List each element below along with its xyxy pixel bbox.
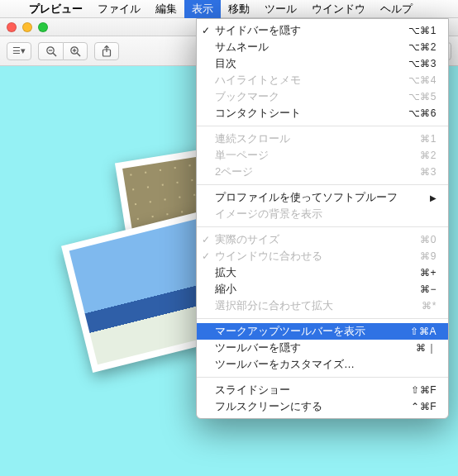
menu-item-shortcut: ⌥⌘3 (408, 58, 437, 69)
app-menu[interactable]: プレビュー (21, 0, 90, 18)
menu-item-label: 連続スクロール (215, 131, 290, 146)
zoom-in-button[interactable] (63, 42, 88, 60)
menu-item-label: ブックマーク (215, 89, 279, 104)
menu-item-shortcut: ⌘− (420, 283, 437, 295)
menu-separator (197, 184, 448, 185)
menu-item: イメージの背景を表示 (197, 206, 448, 222)
menu-item-label: 実際のサイズ (215, 232, 279, 247)
checkmark-icon: ✓ (202, 25, 210, 36)
share-button[interactable] (94, 42, 119, 60)
magnifier-plus-icon (69, 45, 81, 57)
menu-item[interactable]: コンタクトシート⌥⌘6 (197, 105, 448, 121)
menu-item-label: プロファイルを使ってソフトプルーフ (215, 190, 398, 205)
menu-item-shortcut: ⌘1 (420, 133, 437, 145)
menu-item-label: ツールバーを隠す (215, 340, 301, 355)
menu-item[interactable]: フルスクリーンにする⌃⌘F (197, 398, 448, 415)
menu-item-label: ツールバーをカスタマイズ… (215, 357, 355, 372)
menu-item: ハイライトとメモ⌥⌘4 (197, 72, 448, 88)
minimize-window-button[interactable] (22, 22, 32, 32)
menu-item-label: マークアップツールバーを表示 (215, 324, 365, 339)
menu-item[interactable]: サムネール⌥⌘2 (197, 39, 448, 55)
menu-item-shortcut: ⌃⌘F (411, 401, 437, 412)
menu-go[interactable]: 移動 (221, 0, 257, 18)
zoom-window-button[interactable] (38, 22, 48, 32)
menu-item[interactable]: スライドショー⇧⌘F (197, 382, 448, 398)
menu-item-label: 縮小 (215, 282, 236, 297)
menu-item-label: 単一ページ (215, 148, 269, 163)
menu-item-label: サイドバーを隠す (215, 23, 301, 38)
menu-item-shortcut: ⇧⌘F (411, 384, 437, 396)
menu-item-shortcut: ⌘* (422, 300, 437, 312)
menu-item: ✓実際のサイズ⌘0 (197, 231, 448, 248)
menu-item: 2ページ⌘3 (197, 164, 448, 180)
menu-item-label: ウインドウに合わせる (215, 249, 322, 264)
sidebar-toggle-button[interactable]: ☰▾ (7, 42, 31, 60)
menu-edit[interactable]: 編集 (148, 0, 184, 18)
submenu-arrow-icon: ▶ (430, 193, 437, 202)
menu-item: ブックマーク⌥⌘5 (197, 88, 448, 105)
menu-item-label: フルスクリーンにする (215, 399, 322, 414)
menu-item-label: 目次 (215, 56, 236, 71)
menu-item-shortcut: ⌥⌘4 (408, 74, 437, 86)
menu-item-label: 拡大 (215, 265, 236, 280)
menu-item[interactable]: ツールバーを隠す⌘｜ (197, 340, 448, 356)
menu-item[interactable]: ツールバーをカスタマイズ… (197, 356, 448, 373)
menu-item-shortcut: ⌥⌘2 (408, 41, 437, 53)
magnifier-minus-icon (45, 45, 57, 57)
menu-item-shortcut: ⌘+ (420, 267, 437, 278)
menu-item[interactable]: ✓サイドバーを隠す⌥⌘1 (197, 22, 448, 39)
menu-item-label: スライドショー (215, 383, 290, 397)
menu-item: 選択部分に合わせて拡大⌘* (197, 298, 448, 314)
menu-item-label: イメージの背景を表示 (215, 207, 322, 221)
view-menu-dropdown: ✓サイドバーを隠す⌥⌘1サムネール⌥⌘2目次⌥⌘3ハイライトとメモ⌥⌘4ブックマ… (196, 18, 449, 419)
checkmark-icon: ✓ (202, 250, 210, 262)
menu-item-shortcut: ⌘3 (420, 166, 437, 178)
share-icon (102, 45, 112, 57)
menu-separator (197, 318, 448, 319)
menu-item-shortcut: ⌘2 (420, 150, 437, 161)
menu-item-shortcut: ⌥⌘6 (408, 107, 437, 119)
checkmark-icon: ✓ (202, 234, 210, 245)
menu-item-shortcut: ⌘9 (420, 250, 437, 262)
menu-item-label: 2ページ (215, 164, 253, 179)
menu-item-label: ハイライトとメモ (215, 73, 301, 88)
menu-tools[interactable]: ツール (257, 0, 304, 18)
menu-item: 単一ページ⌘2 (197, 147, 448, 164)
menu-file[interactable]: ファイル (90, 0, 148, 18)
menu-item-shortcut: ⌥⌘5 (408, 91, 437, 102)
menu-item-label: 選択部分に合わせて拡大 (215, 298, 333, 313)
menu-item-shortcut: ⇧⌘A (410, 326, 437, 337)
menu-item[interactable]: 縮小⌘− (197, 281, 448, 298)
menu-item: 連続スクロール⌘1 (197, 131, 448, 147)
menu-item-shortcut: ⌥⌘1 (408, 25, 437, 36)
menu-separator (197, 126, 448, 126)
menu-item[interactable]: 拡大⌘+ (197, 264, 448, 281)
menu-view[interactable]: 表示 (184, 0, 221, 18)
close-window-button[interactable] (7, 22, 17, 32)
menubar: プレビュー ファイル 編集 表示 移動 ツール ウインドウ ヘルプ (0, 0, 458, 18)
menu-item: ✓ウインドウに合わせる⌘9 (197, 248, 448, 264)
zoom-button-group (38, 42, 88, 60)
svg-line-1 (53, 53, 56, 56)
menu-separator (197, 377, 448, 378)
menu-item-shortcut: ⌘0 (420, 234, 437, 245)
menu-help[interactable]: ヘルプ (373, 0, 420, 18)
menu-item[interactable]: 目次⌥⌘3 (197, 55, 448, 72)
menu-item[interactable]: プロファイルを使ってソフトプルーフ▶ (197, 189, 448, 206)
svg-line-4 (77, 53, 80, 56)
menu-item-label: コンタクトシート (215, 106, 301, 121)
zoom-out-button[interactable] (38, 42, 63, 60)
menu-item-shortcut: ⌘｜ (416, 341, 437, 355)
menu-item-label: サムネール (215, 40, 269, 55)
menu-separator (197, 226, 448, 227)
menu-window[interactable]: ウインドウ (304, 0, 373, 18)
menu-item[interactable]: マークアップツールバーを表示⇧⌘A (197, 323, 448, 340)
